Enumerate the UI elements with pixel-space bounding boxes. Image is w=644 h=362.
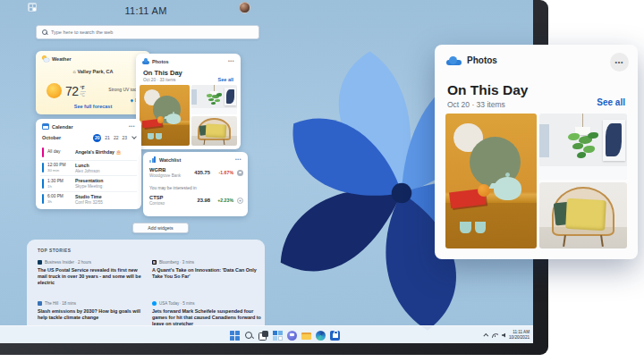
photo-hanging-plant[interactable] [191, 85, 237, 114]
calendar-date-selected[interactable]: 20 [93, 134, 101, 142]
photo-still-life[interactable] [445, 114, 537, 248]
weather-widget[interactable]: Weather ••• ⌂ Valley Park, CA 72 °F °C S… [36, 51, 150, 114]
see-full-forecast-link[interactable]: See full forecast [36, 104, 150, 109]
watchlist-menu-button[interactable]: ••• [235, 157, 242, 162]
news-story[interactable]: The Hill · 18 mins Slash emissions by 20… [38, 301, 147, 321]
start-button[interactable] [230, 331, 240, 341]
event-detail: Skype Meeting [75, 184, 103, 189]
calendar-event[interactable]: 6:00 PM 3h Studio Time Conf Rm 32/55 [40, 191, 137, 207]
event-detail: Conf Rm 32/55 [75, 200, 103, 205]
panel-clock: 11:11 AM [27, 5, 265, 16]
weather-location: ⌂ Valley Park, CA [36, 69, 150, 74]
calendar-date[interactable]: 22 [114, 135, 119, 140]
calendar-menu-button[interactable]: ••• [129, 124, 135, 129]
onedrive-cloud-icon [142, 58, 149, 64]
calendar-date[interactable]: 21 [105, 135, 110, 140]
event-time: All day [47, 149, 72, 154]
watchlist-icon [149, 156, 157, 163]
calendar-widget[interactable]: Calendar ••• October 20 21 22 23 All day [36, 119, 141, 209]
taskbar: 11:11 AM 10/20/2021 [0, 325, 533, 343]
edge-browser-icon[interactable] [316, 331, 326, 341]
file-explorer-icon[interactable] [301, 331, 311, 341]
story-headline[interactable]: The US Postal Service revealed its first… [38, 267, 147, 286]
search-input[interactable] [51, 29, 253, 35]
photos-widget-enlarged[interactable]: Photos ••• On This Day Oct 20 · 33 items… [435, 45, 638, 259]
widgets-icon[interactable] [273, 331, 283, 341]
bloomberg-favicon: B [152, 260, 157, 265]
news-story[interactable]: Business Insider · 2 hours The US Postal… [38, 260, 147, 286]
sun-icon [47, 83, 62, 98]
calendar-event[interactable]: All day Angela's Birthday 🎂 [40, 145, 137, 160]
news-story[interactable]: USA Today · 5 mins Jets forward Mark Sch… [152, 301, 261, 325]
calendar-month: October [42, 135, 61, 140]
microsoft-store-icon[interactable] [330, 331, 340, 341]
volume-icon[interactable] [502, 333, 505, 338]
event-time: 1:30 PM [47, 179, 72, 183]
watchlist-widget-title: Watchlist [159, 157, 181, 163]
story-headline[interactable]: Jets forward Mark Scheifele suspended fo… [152, 308, 261, 326]
unit-fahrenheit[interactable]: °F [80, 85, 85, 90]
story-source: Bloomberg · 3 mins [159, 260, 194, 265]
tray-clock[interactable]: 11:11 AM 10/20/2021 [509, 330, 530, 340]
story-headline[interactable]: Slash emissions by 2030? How big goals w… [38, 308, 147, 321]
calendar-icon [42, 123, 49, 130]
chevron-down-icon[interactable] [131, 134, 137, 139]
stock-name: Contoso [149, 201, 165, 206]
web-search-bar[interactable] [36, 25, 259, 39]
event-time: 6:00 PM [47, 194, 72, 198]
precipitation-icon [130, 98, 133, 102]
on-this-day-title: On This Day [143, 69, 182, 77]
event-title: Presentation [75, 178, 103, 183]
usa-today-favicon [152, 301, 157, 306]
unit-celsius[interactable]: °C [80, 93, 85, 97]
photo-hanging-plant[interactable] [539, 114, 627, 180]
chat-icon[interactable] [287, 331, 297, 341]
calendar-event[interactable]: 12:00 PM 30 min Lunch Alex Johnson [40, 160, 137, 176]
network-icon[interactable] [492, 333, 498, 338]
add-widgets-button[interactable]: Add widgets [132, 223, 189, 233]
watch-toggle-icon[interactable] [237, 170, 243, 176]
story-headline[interactable]: A Quant's Take on Innovation: 'Data Can … [152, 267, 261, 280]
photos-overlay-menu-button[interactable]: ••• [610, 53, 629, 72]
calendar-date[interactable]: 23 [122, 135, 127, 140]
onedrive-cloud-icon [446, 56, 462, 65]
stock-price: 23.98 [197, 198, 210, 203]
weather-temperature: 72 [65, 84, 79, 98]
taskbar-search-icon[interactable] [244, 331, 254, 341]
photo-rattan-chair[interactable] [539, 182, 627, 248]
hidden-icons-chevron[interactable] [483, 333, 488, 339]
add-stock-icon[interactable]: + [237, 198, 243, 204]
event-color-bar [42, 147, 44, 157]
stock-price: 435.75 [194, 170, 210, 175]
stock-symbol: CTSP [149, 195, 165, 200]
photos-widget-title: Photos [152, 59, 169, 64]
photos-widget[interactable]: Photos ••• On This Day Oct 20 · 33 items… [136, 54, 241, 149]
photos-menu-button[interactable]: ••• [228, 59, 234, 63]
see-all-link[interactable]: See all [597, 97, 625, 107]
watchlist-widget[interactable]: Watchlist ••• WGRB Woodgrove Bank 435.75… [143, 152, 248, 216]
event-color-bar [42, 163, 44, 173]
calendar-event[interactable]: 1:30 PM 1h Presentation Skype Meeting [40, 175, 137, 191]
see-all-link[interactable]: See all [218, 77, 233, 82]
stock-name: Woodgrove Bank [149, 173, 181, 178]
event-title: Angela's Birthday 🎂 [75, 149, 122, 155]
event-title: Studio Time [75, 194, 103, 199]
watchlist-row[interactable]: CTSP Contoso 23.98 +2.23% + [149, 195, 243, 206]
on-this-day-subtitle: Oct 20 · 33 items [447, 100, 505, 109]
user-avatar[interactable] [239, 2, 250, 13]
the-hill-favicon [38, 301, 42, 306]
task-view-icon[interactable] [258, 331, 268, 341]
top-stories-header: TOP STORIES [38, 248, 72, 253]
weather-widget-title: Weather [52, 56, 72, 62]
event-duration: 30 min [47, 168, 72, 173]
photo-rattan-chair[interactable] [191, 116, 237, 146]
news-story[interactable]: B Bloomberg · 3 mins A Quant's Take on I… [152, 260, 261, 280]
business-insider-favicon [38, 260, 42, 265]
stock-symbol: WGRB [149, 167, 181, 173]
tray-date: 10/20/2021 [509, 335, 530, 341]
event-detail: Alex Johnson [75, 169, 100, 173]
watchlist-row[interactable]: WGRB Woodgrove Bank 435.75 -1.67% [149, 167, 243, 178]
story-source: Business Insider · 2 hours [45, 260, 91, 265]
photo-still-life[interactable] [140, 85, 190, 146]
news-feed: TOP STORIES Business Insider · 2 hours T… [27, 240, 265, 325]
